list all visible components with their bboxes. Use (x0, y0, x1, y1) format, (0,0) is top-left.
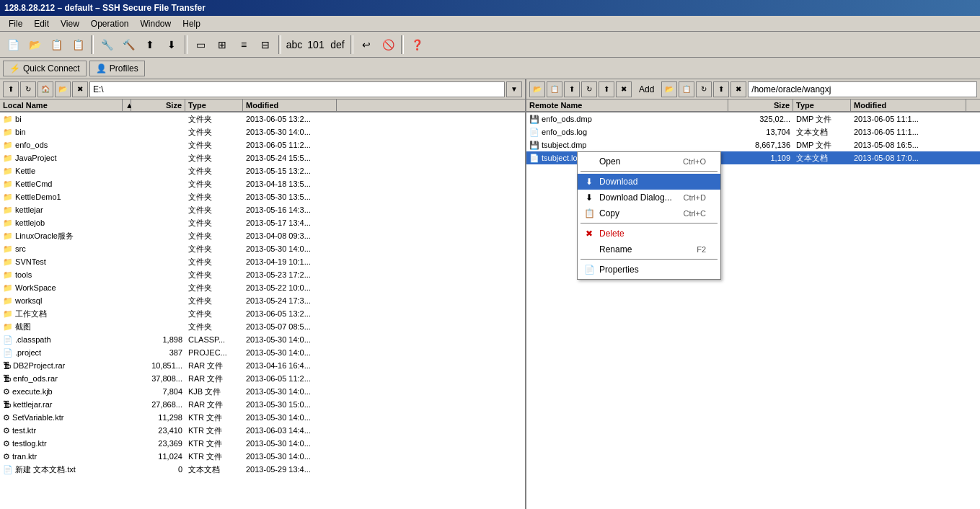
menu-edit[interactable]: Edit (28, 17, 55, 30)
toolbar-btn-14[interactable]: 101 (306, 35, 326, 54)
table-row[interactable]: 📁 工作文档 文件夹 2013-06-05 13:2... (0, 307, 525, 320)
toolbar-btn-10[interactable]: ⊞ (212, 35, 232, 54)
table-row[interactable]: 📁 tools 文件夹 2013-05-23 17:2... (0, 268, 525, 281)
table-row[interactable]: 📁 kettlejar 文件夹 2013-05-16 14:3... (0, 203, 525, 216)
file-modified-cell: 2013-05-07 08:5... (243, 322, 337, 332)
right-col-type[interactable]: Type (793, 99, 851, 111)
table-row[interactable]: 📁 enfo_ods 文件夹 2013-06-05 11:2... (0, 138, 525, 151)
left-file-list-container[interactable]: Local Name ▲ Size Type Modified 📁 bi 文件夹… (0, 99, 525, 509)
table-row[interactable]: 📁 bin 文件夹 2013-05-30 14:0... (0, 125, 525, 138)
right-nav-btn-9[interactable]: ⬆ (713, 81, 729, 97)
right-nav-btn-3[interactable]: ⬆ (564, 81, 580, 97)
left-col-modified[interactable]: Modified (243, 99, 337, 111)
file-size-cell (131, 222, 185, 223)
table-row[interactable]: 📄 .classpath 1,898 CLASSP... 2013-05-30 … (0, 333, 525, 346)
toolbar-btn-6[interactable]: 🔨 (118, 35, 138, 54)
context-menu-item[interactable]: ✖ Delete (578, 226, 720, 242)
menu-window[interactable]: Window (135, 17, 177, 30)
toolbar-btn-16[interactable]: ↩ (356, 35, 376, 54)
table-row[interactable]: ⚙ test.ktr 23,410 KTR 文件 2013-06-03 14:4… (0, 424, 525, 437)
menu-operation[interactable]: Operation (85, 17, 135, 30)
menu-view[interactable]: View (55, 17, 85, 30)
toolbar-copy-btn[interactable]: 📋 (46, 35, 66, 54)
table-row[interactable]: 💾 tsubject.dmp 8,667,136 DMP 文件 2013-05-… (526, 138, 980, 151)
toolbar-btn-11[interactable]: ≡ (234, 35, 254, 54)
toolbar-new-btn[interactable]: 📄 (3, 35, 23, 54)
toolbar-open-btn[interactable]: 📂 (25, 35, 45, 54)
table-row[interactable]: 📁 WorkSpace 文件夹 2013-05-22 10:0... (0, 281, 525, 294)
toolbar-btn-5[interactable]: 🔧 (97, 35, 117, 54)
right-nav-btn-2[interactable]: 📋 (547, 81, 562, 97)
profiles-btn[interactable]: 👤 Profiles (89, 61, 145, 76)
toolbar-paste-btn[interactable]: 📋 (68, 35, 88, 54)
right-col-size[interactable]: Size (728, 99, 793, 111)
table-row[interactable]: 📁 LinuxOracle服务 文件夹 2013-04-08 09:3... (0, 229, 525, 242)
table-row[interactable]: 🗜 DB2Project.rar 10,851... RAR 文件 2013-0… (0, 359, 525, 372)
table-row[interactable]: 📁 bi 文件夹 2013-06-05 13:2... (0, 112, 525, 125)
file-modified-cell: 2013-06-05 11:2... (243, 140, 337, 150)
ctx-item-icon: 📋 (583, 208, 595, 218)
right-nav-stop-btn-2[interactable]: ✖ (730, 81, 746, 97)
right-nav-btn-7[interactable]: 📋 (679, 81, 694, 97)
table-row[interactable]: 📄 enfo_ods.log 13,704 文本文档 2013-06-05 11… (526, 125, 980, 138)
icon-7: ⬆ (146, 39, 154, 50)
quick-connect-btn[interactable]: ⚡ Quick Connect (3, 61, 87, 76)
table-row[interactable]: 📄 .project 387 PROJEC... 2013-05-30 14:0… (0, 346, 525, 359)
left-col-name[interactable]: Local Name (0, 99, 123, 111)
right-nav-stop-btn[interactable]: ✖ (616, 81, 632, 97)
file-icon: 📄 (3, 348, 13, 357)
table-row[interactable]: ⚙ testlog.ktr 23,369 KTR 文件 2013-05-30 1… (0, 437, 525, 450)
right-nav-btn-5[interactable]: ⬆ (599, 81, 614, 97)
table-row[interactable]: 📁 kettlejob 文件夹 2013-05-17 13:4... (0, 216, 525, 229)
table-row[interactable]: 📁 KettleCmd 文件夹 2013-04-18 13:5... (0, 177, 525, 190)
toolbar-btn-13[interactable]: abc (284, 35, 304, 54)
left-path-input[interactable] (89, 81, 505, 97)
table-row[interactable]: 📁 JavaProject 文件夹 2013-05-24 15:5... (0, 151, 525, 164)
table-row[interactable]: ⚙ SetVariable.ktr 11,298 KTR 文件 2013-05-… (0, 411, 525, 424)
left-nav-stop-btn[interactable]: ✖ (72, 81, 88, 97)
left-nav-refresh-btn[interactable]: ↻ (20, 81, 36, 97)
context-menu-item[interactable]: Rename F2 (578, 242, 720, 257)
right-col-name[interactable]: Remote Name (526, 99, 728, 111)
context-menu-item[interactable]: 📋 Copy Ctrl+C (578, 205, 720, 221)
table-row[interactable]: 🗜 kettlejar.rar 27,868... RAR 文件 2013-05… (0, 398, 525, 411)
table-row[interactable]: ⚙ execute.kjb 7,804 KJB 文件 2013-05-30 14… (0, 385, 525, 398)
toolbar-btn-8[interactable]: ⬇ (162, 35, 182, 54)
menu-help[interactable]: Help (177, 17, 206, 30)
file-type-cell: 文件夹 (185, 308, 243, 320)
table-row[interactable]: 📁 SVNTest 文件夹 2013-04-19 10:1... (0, 255, 525, 268)
left-col-sort[interactable]: ▲ (123, 99, 131, 111)
right-nav-btn-4[interactable]: ↻ (581, 81, 597, 97)
table-row[interactable]: 💾 enfo_ods.dmp 325,02... DMP 文件 2013-06-… (526, 112, 980, 125)
left-nav-folder-btn[interactable]: 📂 (55, 81, 71, 97)
right-nav-btn-6[interactable]: 📂 (661, 81, 677, 97)
left-path-dropdown-btn[interactable]: ▼ (506, 81, 522, 97)
toolbar-btn-7[interactable]: ⬆ (140, 35, 160, 54)
toolbar-btn-15[interactable]: def (327, 35, 348, 54)
right-path-input[interactable] (748, 81, 977, 97)
toolbar-btn-12[interactable]: ⊟ (255, 35, 275, 54)
right-nav-btn-8[interactable]: ↻ (696, 81, 712, 97)
context-menu-item[interactable]: ⬇ Download (578, 174, 720, 190)
toolbar-btn-17[interactable]: 🚫 (378, 35, 398, 54)
right-nav-btn-1[interactable]: 📂 (529, 81, 545, 97)
table-row[interactable]: 📄 新建 文本文档.txt 0 文本文档 2013-05-29 13:4... (0, 463, 525, 476)
table-row[interactable]: 📁 KettleDemo1 文件夹 2013-05-30 13:5... (0, 190, 525, 203)
table-row[interactable]: 🗜 enfo_ods.rar 37,808... RAR 文件 2013-06-… (0, 372, 525, 385)
table-row[interactable]: 📁 worksql 文件夹 2013-05-24 17:3... (0, 294, 525, 307)
toolbar-btn-9[interactable]: ▭ (190, 35, 211, 54)
table-row[interactable]: 📁 截图 文件夹 2013-05-07 08:5... (0, 320, 525, 333)
table-row[interactable]: 📁 src 文件夹 2013-05-30 14:0... (0, 242, 525, 255)
table-row[interactable]: 📁 Kettle 文件夹 2013-05-15 13:2... (0, 164, 525, 177)
left-nav-up-btn[interactable]: ⬆ (3, 81, 19, 97)
right-col-modified[interactable]: Modified (851, 99, 966, 111)
context-menu-item[interactable]: Open Ctrl+O (578, 154, 720, 169)
menu-file[interactable]: File (3, 17, 28, 30)
left-nav-home-btn[interactable]: 🏠 (37, 81, 53, 97)
left-col-type[interactable]: Type (185, 99, 243, 111)
toolbar-btn-18[interactable]: ❓ (407, 35, 427, 54)
context-menu-item[interactable]: ⬇ Download Dialog... Ctrl+D (578, 190, 720, 205)
left-col-size[interactable]: Size (131, 99, 185, 111)
context-menu-item[interactable]: 📄 Properties (578, 262, 720, 278)
table-row[interactable]: ⚙ tran.ktr 11,024 KTR 文件 2013-05-30 14:0… (0, 450, 525, 463)
